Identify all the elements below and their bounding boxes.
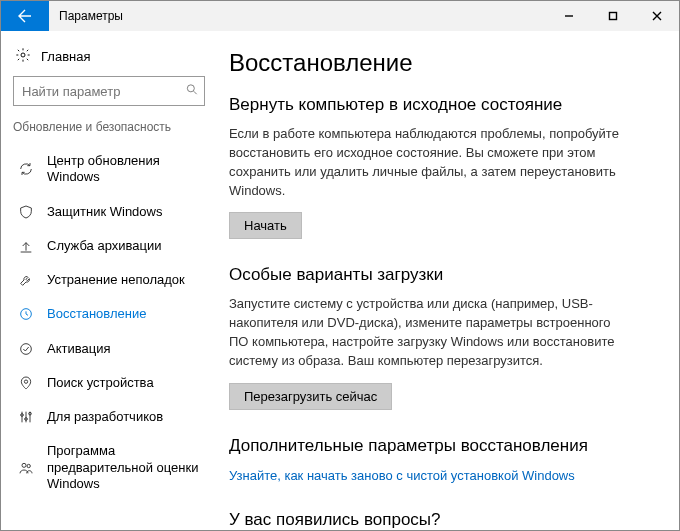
close-icon [652,11,662,21]
sliders-icon [17,409,35,425]
sidebar-item-label: Служба архивации [47,238,201,254]
sidebar-item-activation[interactable]: Активация [13,332,205,366]
sidebar-item-label: Программа предварительной оценки Windows [47,443,201,492]
section-advanced-startup: Особые варианты загрузки Запустите систе… [229,265,653,409]
sidebar-item-label: Защитник Windows [47,204,201,220]
backup-arrow-icon [17,238,35,254]
sidebar-item-find-device[interactable]: Поиск устройства [13,366,205,400]
svg-point-1 [21,53,25,57]
gear-icon [15,47,31,66]
section-more-recovery: Дополнительные параметры восстановления … [229,436,653,484]
section-body: Если в работе компьютера наблюдаются про… [229,125,619,200]
check-circle-icon [17,341,35,357]
sidebar-item-backup[interactable]: Служба архивации [13,229,205,263]
sidebar-item-troubleshoot[interactable]: Устранение неполадок [13,263,205,297]
window-controls [547,1,679,31]
section-heading: Особые варианты загрузки [229,265,653,285]
fresh-start-link[interactable]: Узнайте, как начать заново с чистой уста… [229,468,575,483]
body: Главная Обновление и безопасность Центр … [1,31,679,530]
sidebar-item-developers[interactable]: Для разработчиков [13,400,205,434]
users-icon [17,460,35,476]
svg-rect-0 [610,13,617,20]
search-input[interactable] [13,76,205,106]
section-reset: Вернуть компьютер в исходное состояние Е… [229,95,653,239]
window-title: Параметры [49,1,133,31]
home-label: Главная [41,49,90,64]
settings-window: Параметры Главная [0,0,680,531]
location-icon [17,375,35,391]
section-heading: Дополнительные параметры восстановления [229,436,653,456]
update-sync-icon [17,161,35,177]
content[interactable]: Восстановление Вернуть компьютер в исход… [217,31,679,530]
section-body: Запустите систему с устройства или диска… [229,295,619,370]
close-button[interactable] [635,1,679,31]
back-arrow-icon [17,8,33,24]
svg-point-4 [21,343,32,354]
titlebar: Параметры [1,1,679,31]
sidebar-item-label: Восстановление [47,306,201,322]
reset-start-button[interactable]: Начать [229,212,302,239]
home-link[interactable]: Главная [13,43,205,76]
svg-point-10 [27,464,30,467]
restart-now-button[interactable]: Перезагрузить сейчас [229,383,392,410]
sidebar-item-label: Для разработчиков [47,409,201,425]
sidebar-item-label: Поиск устройства [47,375,201,391]
sidebar-item-label: Активация [47,341,201,357]
maximize-icon [608,11,618,21]
search-box [13,76,205,106]
sidebar-item-windows-update[interactable]: Центр обновления Windows [13,144,205,195]
page-title: Восстановление [229,49,653,77]
clock-history-icon [17,306,35,322]
shield-icon [17,204,35,220]
sidebar-item-insider[interactable]: Программа предварительной оценки Windows [13,434,205,501]
wrench-icon [17,272,35,288]
svg-point-9 [22,463,26,467]
section-questions: У вас появились вопросы? Вызов справки [229,510,653,530]
back-button[interactable] [1,1,49,31]
sidebar-item-recovery[interactable]: Восстановление [13,297,205,331]
svg-point-5 [24,380,27,383]
minimize-button[interactable] [547,1,591,31]
minimize-icon [564,11,574,21]
maximize-button[interactable] [591,1,635,31]
section-label: Обновление и безопасность [13,120,205,134]
sidebar-item-defender[interactable]: Защитник Windows [13,195,205,229]
sidebar: Главная Обновление и безопасность Центр … [1,31,217,530]
sidebar-item-label: Центр обновления Windows [47,153,201,186]
section-heading: У вас появились вопросы? [229,510,653,530]
sidebar-item-label: Устранение неполадок [47,272,201,288]
section-heading: Вернуть компьютер в исходное состояние [229,95,653,115]
